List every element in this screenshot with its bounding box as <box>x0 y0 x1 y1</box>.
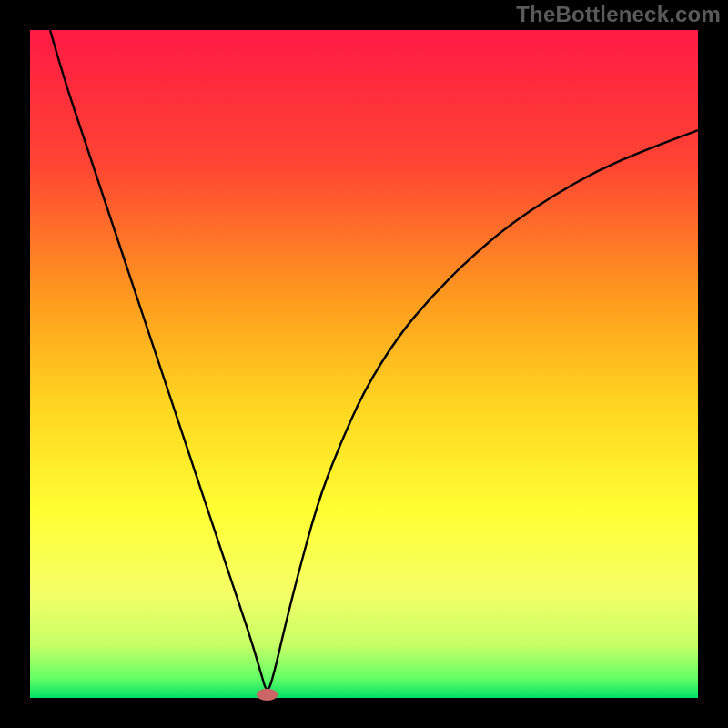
chart-frame: TheBottleneck.com <box>0 0 728 728</box>
bottleneck-chart <box>0 0 728 728</box>
plot-background <box>30 30 698 698</box>
watermark-text: TheBottleneck.com <box>516 2 721 27</box>
optimum-marker <box>257 689 278 701</box>
